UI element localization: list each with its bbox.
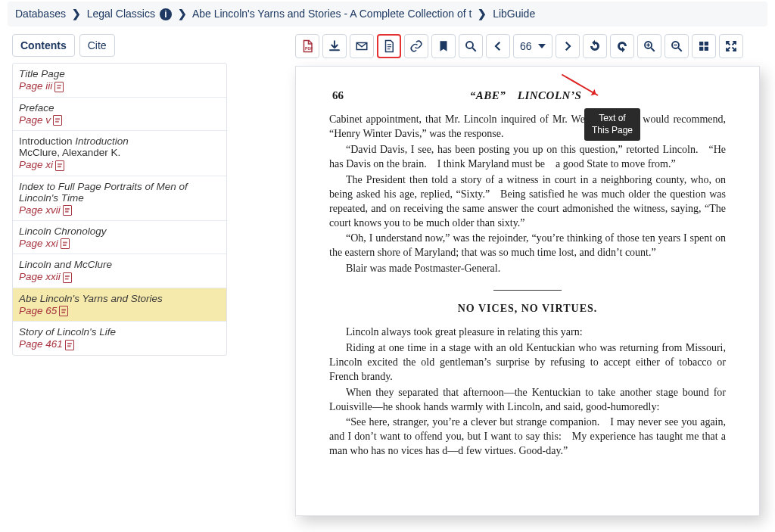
toolbar: PDF 66	[295, 34, 760, 58]
toc-item-introduction[interactable]: Introduction Introduction McClure, Alexa…	[13, 131, 226, 176]
cite-button[interactable]: Cite	[79, 34, 115, 57]
rotate-right-icon	[615, 39, 629, 53]
toc-item-preface[interactable]: Preface Page v	[13, 98, 226, 131]
chevron-left-icon	[491, 39, 505, 53]
toc-item-title: Title Page	[19, 68, 220, 79]
toc-item-page[interactable]: Page xxii	[19, 271, 61, 282]
toc-item-index-portraits[interactable]: Index to Full Page Portraits of Men of L…	[13, 176, 226, 221]
zoom-in-icon	[643, 39, 656, 53]
toc-item-title: Abe Lincoln's Yarns and Stories	[19, 293, 220, 304]
grid-view-button[interactable]	[692, 34, 716, 58]
pdf-button[interactable]: PDF	[295, 34, 319, 58]
page-select[interactable]: 66	[513, 34, 552, 58]
section-divider	[493, 290, 562, 291]
zoom-out-icon	[670, 39, 683, 53]
toc-item-page[interactable]: Page 65	[19, 305, 57, 316]
zoom-in-button[interactable]	[637, 34, 661, 58]
bookmark-button[interactable]	[431, 34, 456, 58]
toc-item-title: Story of Lincoln's Life	[19, 326, 220, 338]
svg-rect-14	[699, 42, 703, 45]
next-page-button[interactable]	[556, 34, 580, 58]
page-select-value: 66	[520, 40, 532, 52]
page-text: Riding at one time in a stage with an ol…	[329, 341, 726, 384]
permalink-button[interactable]	[404, 34, 428, 58]
tooltip-line1: Text of	[599, 113, 625, 123]
svg-line-12	[678, 48, 682, 52]
fullscreen-button[interactable]	[719, 34, 743, 58]
toc-item-title: Index to Full Page Portraits of Men of L…	[19, 181, 220, 204]
page-text: “See here, stranger, you’re a clever but…	[329, 415, 726, 459]
prev-page-button[interactable]	[486, 34, 510, 58]
pdf-icon: PDF	[300, 39, 314, 53]
search-icon	[464, 39, 478, 53]
search-button[interactable]	[459, 34, 483, 58]
contents-button[interactable]: Contents	[12, 34, 75, 57]
breadcrumb: Databases ❯ Legal Classics i ❯ Abe Linco…	[8, 2, 767, 26]
toc-item-page[interactable]: Page v	[19, 114, 51, 126]
rotate-right-button[interactable]	[610, 34, 634, 58]
toc-item-title: Introduction	[75, 135, 129, 147]
pdf-icon[interactable]	[61, 238, 70, 249]
zoom-out-button[interactable]	[665, 34, 689, 58]
expand-icon	[724, 39, 738, 53]
page-text: “Oh, I understand now,” was the rejoinde…	[329, 232, 726, 260]
tooltip: Text of This Page	[584, 108, 640, 141]
page-text: “David Davis, I see, has been posting yo…	[329, 143, 726, 172]
toc-item-chronology[interactable]: Lincoln Chronology Page xxi	[13, 221, 226, 254]
envelope-icon	[355, 39, 369, 53]
toc-item-title-page[interactable]: Title Page Page iii	[13, 64, 226, 97]
chevron-right-icon	[561, 39, 574, 53]
breadcrumb-databases[interactable]: Databases	[15, 8, 66, 20]
page-number: 66	[332, 89, 344, 102]
info-icon[interactable]: i	[160, 8, 172, 20]
breadcrumb-title[interactable]: Abe Lincoln's Yarns and Stories - A Comp…	[192, 8, 472, 20]
chevron-right-icon: ❯	[478, 8, 487, 20]
pdf-icon[interactable]	[63, 205, 72, 216]
pdf-icon[interactable]	[55, 160, 64, 171]
svg-text:PDF: PDF	[305, 46, 313, 51]
page-text: Lincoln always took great pleasure in re…	[329, 325, 726, 340]
pdf-icon[interactable]	[54, 82, 64, 92]
toc-item-page[interactable]: Page xvii	[19, 204, 61, 216]
grid-icon	[697, 39, 711, 53]
breadcrumb-libguide[interactable]: LibGuide	[493, 8, 535, 20]
page-header: “ABE” LINCOLN’S	[470, 89, 582, 102]
toc-item-page[interactable]: Page 461	[19, 338, 63, 350]
chevron-right-icon: ❯	[72, 8, 81, 20]
pdf-icon[interactable]	[53, 115, 62, 126]
page-text: Blair was made Postmaster-General.	[329, 262, 726, 276]
toc-item-title: Lincoln Chronology	[19, 226, 220, 237]
toc-item-yarns[interactable]: Abe Lincoln's Yarns and Stories Page 65	[13, 288, 226, 322]
pdf-icon[interactable]	[63, 272, 72, 283]
page-text: When they separated that afternoon—the K…	[329, 386, 726, 415]
pdf-icon[interactable]	[65, 340, 74, 350]
pdf-icon[interactable]	[59, 306, 68, 316]
download-icon	[328, 39, 341, 53]
toc-item-title: Preface	[19, 102, 220, 114]
download-button[interactable]	[322, 34, 347, 58]
toc-item-page[interactable]: Page xxi	[19, 238, 58, 249]
svg-rect-15	[704, 42, 708, 45]
toc-item-author: McClure, Alexander K.	[19, 147, 220, 158]
table-of-contents: Title Page Page iii Preface Page v Intro…	[12, 63, 227, 356]
text-of-page-button[interactable]	[377, 34, 401, 58]
email-button[interactable]	[350, 34, 374, 58]
page-text: Cabinet appointment, that Mr. Lincoln in…	[329, 113, 726, 142]
tooltip-line2: This Page	[592, 125, 633, 135]
svg-rect-16	[699, 47, 703, 51]
svg-point-5	[466, 42, 473, 48]
toc-item-page[interactable]: Page iii	[19, 80, 52, 92]
rotate-left-button[interactable]	[583, 34, 607, 58]
svg-line-6	[472, 48, 476, 52]
toc-item-page[interactable]: Page xi	[19, 159, 53, 170]
page-text: The President then told a story of a wit…	[329, 173, 726, 231]
document-icon	[382, 39, 396, 53]
link-icon	[409, 39, 423, 53]
toc-item-story-life[interactable]: Story of Lincoln's Life Page 461	[13, 322, 226, 354]
section-heading: NO VICES, NO VIRTUES.	[329, 303, 726, 315]
chevron-down-icon	[538, 44, 546, 48]
toc-item-mcclure[interactable]: Lincoln and McClure Page xxii	[13, 254, 226, 288]
bookmark-icon	[437, 39, 450, 53]
breadcrumb-legal-classics[interactable]: Legal Classics	[87, 8, 155, 20]
chevron-right-icon: ❯	[178, 8, 187, 20]
